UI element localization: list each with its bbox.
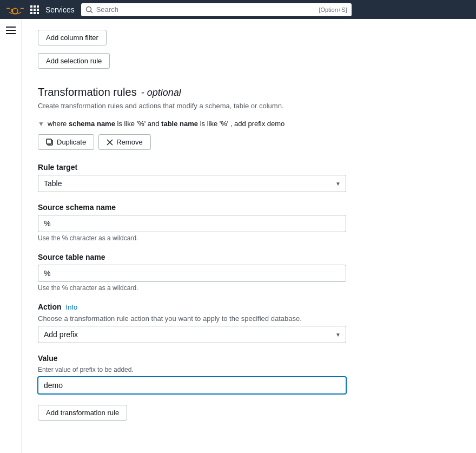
svg-point-11 <box>86 6 91 11</box>
rule-target-label: Rule target <box>38 163 460 172</box>
services-nav-label[interactable]: Services <box>45 5 75 14</box>
add-column-filter-button[interactable]: Add column filter <box>38 30 107 45</box>
source-schema-label: Source schema name <box>38 203 460 212</box>
source-schema-input[interactable] <box>38 215 346 232</box>
svg-rect-8 <box>30 12 32 14</box>
value-label: Value <box>38 354 460 363</box>
svg-rect-6 <box>34 9 36 11</box>
duplicate-button[interactable]: Duplicate <box>38 134 94 150</box>
svg-rect-14 <box>6 30 16 31</box>
page-layout: Add column filter Add selection rule Tra… <box>0 19 476 453</box>
main-content: Add column filter Add selection rule Tra… <box>22 19 476 453</box>
source-table-label: Source table name <box>38 253 460 261</box>
rule-actions: Duplicate Remove <box>38 134 460 150</box>
svg-rect-17 <box>47 139 51 144</box>
svg-line-12 <box>90 11 92 13</box>
action-select-wrapper: Add prefixAdd suffixRemove prefixRemove … <box>38 326 346 343</box>
source-table-input[interactable] <box>38 265 346 282</box>
value-hint: Enter value of prefix to be added. <box>38 366 460 373</box>
value-input[interactable] <box>38 377 346 394</box>
sidebar <box>0 19 22 453</box>
svg-rect-13 <box>6 27 16 28</box>
remove-icon <box>107 139 113 146</box>
sidebar-menu-icon[interactable] <box>6 25 16 37</box>
source-table-field: Source table name Use the % character as… <box>38 253 460 292</box>
svg-rect-2 <box>30 5 32 8</box>
rule-description: where schema name is like '%' and table … <box>48 120 285 128</box>
rule-target-select[interactable]: SchemaTableColumn <box>38 175 346 192</box>
section-title: Transformation rules - optional <box>38 86 460 99</box>
add-transformation-rule-button[interactable]: Add transformation rule <box>38 405 127 421</box>
rule-target-select-wrapper: SchemaTableColumn <box>38 175 346 192</box>
svg-rect-15 <box>6 33 16 34</box>
rule-collapse-arrow[interactable]: ▼ <box>38 120 44 128</box>
action-field: Action Info Choose a transformation rule… <box>38 303 460 343</box>
optional-label: - optional <box>141 87 181 99</box>
add-transformation-rule-area: Add transformation rule <box>38 405 460 421</box>
section-subtitle: Create transformation rules and actions … <box>38 102 460 110</box>
aws-logo[interactable] <box>6 4 24 15</box>
rule-row: ▼ where schema name is like '%' and tabl… <box>38 120 460 128</box>
table-name-bold: table name <box>161 120 198 128</box>
transformation-rules-section: Transformation rules - optional Create t… <box>38 86 460 421</box>
search-shortcut: [Option+S] <box>319 6 347 13</box>
add-selection-rule-button[interactable]: Add selection rule <box>38 53 110 69</box>
search-input[interactable] <box>96 5 316 14</box>
remove-button[interactable]: Remove <box>98 134 150 150</box>
grid-icon[interactable] <box>30 5 39 14</box>
add-selection-rule-area: Add selection rule <box>38 53 460 69</box>
svg-rect-9 <box>34 12 36 14</box>
search-bar[interactable]: [Option+S] <box>81 3 352 16</box>
value-field: Value Enter value of prefix to be added. <box>38 354 460 394</box>
svg-rect-7 <box>37 9 39 11</box>
schema-name-bold: schema name <box>69 120 115 128</box>
svg-rect-4 <box>37 5 39 8</box>
svg-rect-1 <box>21 8 24 8</box>
svg-rect-0 <box>6 8 10 8</box>
svg-rect-5 <box>30 9 32 11</box>
source-table-hint: Use the % character as a wildcard. <box>38 284 460 292</box>
svg-rect-10 <box>37 12 39 14</box>
action-description: Choose a transformation rule action that… <box>38 314 460 323</box>
search-icon <box>85 6 93 14</box>
top-nav: Services [Option+S] <box>0 0 476 19</box>
add-column-filter-area: Add column filter <box>38 30 460 45</box>
source-schema-hint: Use the % character as a wildcard. <box>38 234 460 242</box>
action-label-row: Action Info <box>38 303 460 311</box>
action-info-link[interactable]: Info <box>66 303 78 311</box>
svg-rect-3 <box>34 5 36 8</box>
rule-target-field: Rule target SchemaTableColumn <box>38 163 460 192</box>
source-schema-field: Source schema name Use the % character a… <box>38 203 460 242</box>
action-select[interactable]: Add prefixAdd suffixRemove prefixRemove … <box>38 326 346 343</box>
duplicate-icon <box>46 139 54 146</box>
action-label: Action <box>38 303 62 311</box>
